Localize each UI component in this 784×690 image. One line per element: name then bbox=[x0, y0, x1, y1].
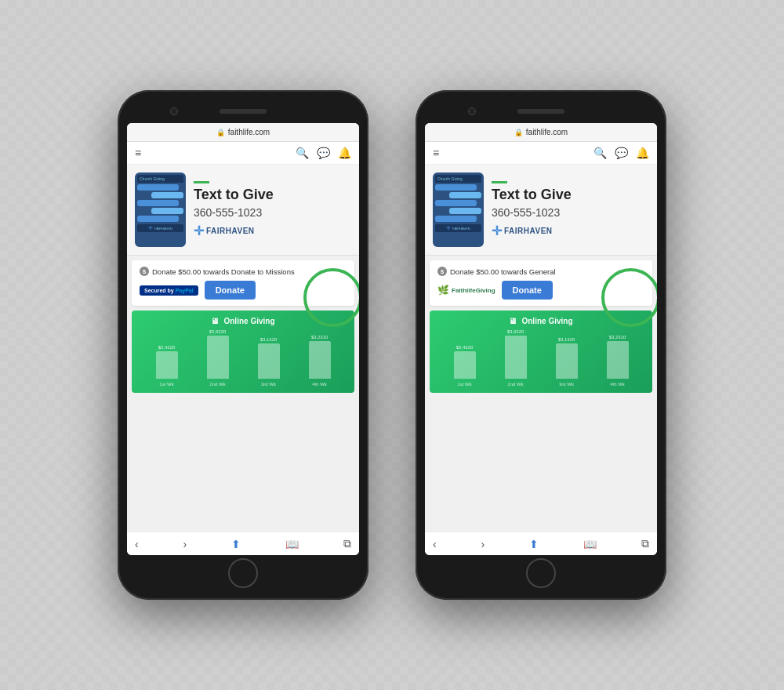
donate-section-right: $ Donate $50.00 towards General 🌿 Faithl… bbox=[430, 260, 652, 306]
ttg-cross-left: ✛ bbox=[194, 223, 204, 238]
mini-msg-1 bbox=[137, 184, 179, 191]
book-icon-right[interactable]: 📖 bbox=[583, 538, 597, 550]
ttg-accent-left bbox=[194, 181, 209, 183]
phone-bottom-bar-left bbox=[127, 555, 359, 590]
bar-group-2-left: $3,6320 2nd Wk bbox=[207, 329, 229, 387]
search-icon-right[interactable]: 🔍 bbox=[593, 147, 607, 159]
donate-text-left: Donate $50.00 towards Donate to Missions bbox=[152, 267, 295, 276]
ttg-brand-right: FAIRHAVEN bbox=[504, 227, 553, 235]
hamburger-icon-left[interactable]: ≡ bbox=[135, 147, 141, 159]
dollar-icon-right: $ bbox=[437, 267, 447, 276]
back-icon-right[interactable]: ‹ bbox=[433, 538, 437, 550]
text-to-give-right: Church Giving ✛ FAIRHAVEN Te bbox=[425, 165, 657, 256]
bar-amount-3-right: $3,1320 bbox=[558, 337, 575, 342]
browser-bar-left: 🔒 faithlife.com bbox=[127, 123, 359, 142]
mini-msg-4 bbox=[151, 208, 183, 214]
dollar-icon-left: $ bbox=[140, 267, 149, 276]
hamburger-icon-right[interactable]: ≡ bbox=[433, 147, 439, 159]
bar-chart-left: $2,4320 1st Wk $3,6320 2nd Wk $3,1320 3r… bbox=[138, 332, 348, 387]
mini-msg-r5 bbox=[435, 216, 477, 222]
donate-label-right: $ Donate $50.00 towards General bbox=[437, 267, 644, 276]
mini-msg-r3 bbox=[435, 200, 477, 206]
mini-chat-left bbox=[137, 184, 183, 222]
chat-icon-left[interactable]: 💬 bbox=[317, 147, 330, 159]
screen-content-right: Church Giving ✛ FAIRHAVEN Te bbox=[425, 165, 657, 532]
chart-title-left: 🖥 Online Giving bbox=[138, 317, 348, 325]
share-icon-left[interactable]: ⬆ bbox=[231, 538, 241, 550]
bar-amount-4-right: $3,2310 bbox=[609, 335, 626, 340]
mini-footer-right: ✛ FAIRHAVEN bbox=[435, 224, 481, 232]
bar-amount-2-left: $3,6320 bbox=[209, 329, 227, 334]
url-left: faithlife.com bbox=[228, 128, 270, 136]
ttg-logo-right: ✛ FAIRHAVEN bbox=[492, 223, 649, 238]
bar-amount-1-right: $2,4320 bbox=[456, 345, 474, 350]
bell-icon-right[interactable]: 🔔 bbox=[636, 147, 649, 159]
nav-icons-right: 🔍 💬 🔔 bbox=[593, 147, 649, 159]
search-icon-left[interactable]: 🔍 bbox=[296, 147, 309, 159]
bar-group-4-left: $3,2310 4th Wk bbox=[309, 335, 331, 387]
bar-amount-3-left: $3,1320 bbox=[260, 337, 278, 342]
book-icon-left[interactable]: 📖 bbox=[285, 538, 299, 550]
bar-label-2-right: 2nd Wk bbox=[507, 382, 523, 387]
phone-speaker-left bbox=[220, 109, 267, 114]
mini-msg-3 bbox=[137, 200, 179, 206]
lock-icon-left: 🔒 bbox=[216, 129, 225, 136]
tabs-icon-right[interactable]: ⧉ bbox=[641, 537, 649, 550]
bar-label-4-left: 4th Wk bbox=[312, 382, 327, 387]
tabs-icon-left[interactable]: ⧉ bbox=[343, 537, 351, 550]
forward-icon-right[interactable]: › bbox=[481, 538, 485, 550]
phone-mockup-mini-left: Church Giving ✛ FAIRHAVEN bbox=[135, 172, 186, 247]
bar-group-4-right: $3,2310 4th Wk bbox=[607, 335, 629, 387]
mini-msg-2 bbox=[151, 192, 183, 198]
monitor-icon-right: 🖥 bbox=[509, 317, 517, 325]
ttg-brand-left: FAIRHAVEN bbox=[206, 227, 255, 235]
bar-label-3-right: 3rd Wk bbox=[559, 382, 574, 387]
bar-group-3-left: $3,1320 3rd Wk bbox=[258, 337, 280, 387]
ttg-phone-left: 360-555-1023 bbox=[194, 206, 351, 219]
giving-chart-left: 🖥 Online Giving $2,4320 1st Wk $3,6320 2… bbox=[132, 310, 354, 393]
lock-icon-right: 🔒 bbox=[514, 129, 523, 136]
phone-bottom-bar-right bbox=[425, 555, 657, 590]
chart-title-right: 🖥 Online Giving bbox=[436, 317, 646, 325]
bell-icon-left[interactable]: 🔔 bbox=[338, 147, 351, 159]
ttg-accent-right bbox=[492, 181, 507, 183]
forward-icon-left[interactable]: › bbox=[183, 538, 187, 550]
giving-chart-right: 🖥 Online Giving $2,4320 1st Wk $3,6320 2… bbox=[430, 310, 652, 393]
bar-group-1-right: $2,4320 1st Wk bbox=[454, 345, 476, 387]
donate-button-right[interactable]: Donate bbox=[502, 281, 553, 300]
mini-brand-left: FAIRHAVEN bbox=[154, 227, 172, 231]
donate-section-left: $ Donate $50.00 towards Donate to Missio… bbox=[132, 260, 354, 306]
ttg-phone-right: 360-555-1023 bbox=[492, 206, 649, 219]
nav-icons-left: 🔍 💬 🔔 bbox=[296, 147, 351, 159]
bar-label-4-right: 4th Wk bbox=[610, 382, 625, 387]
mini-header-right: Church Giving bbox=[435, 175, 481, 183]
donate-label-left: $ Donate $50.00 towards Donate to Missio… bbox=[140, 267, 347, 276]
phone-bottom-nav-left: ‹ › ⬆ 📖 ⧉ bbox=[127, 532, 359, 555]
mini-footer-left: ✛ FAIRHAVEN bbox=[137, 224, 183, 232]
phone-screen-right: 🔒 faithlife.com ≡ 🔍 💬 🔔 Church Giving bbox=[425, 123, 657, 555]
bar-label-3-left: 3rd Wk bbox=[261, 382, 276, 387]
chat-icon-right[interactable]: 💬 bbox=[615, 147, 628, 159]
donate-buttons-right: 🌿 FaithlifeGiving Donate bbox=[437, 281, 644, 300]
mini-msg-r4 bbox=[449, 208, 481, 214]
share-icon-right[interactable]: ⬆ bbox=[529, 538, 539, 550]
phone-left: 🔒 faithlife.com ≡ 🔍 💬 🔔 Church Giving bbox=[118, 90, 368, 600]
mini-brand-right: FAIRHAVEN bbox=[452, 227, 470, 231]
home-button-right[interactable] bbox=[526, 558, 556, 588]
home-button-left[interactable] bbox=[228, 558, 258, 588]
donate-buttons-left: Secured by PayPal Donate bbox=[140, 281, 347, 300]
bar-label-1-right: 1st Wk bbox=[457, 382, 471, 387]
bar-label-1-left: 1st Wk bbox=[159, 382, 173, 387]
bar-4-right bbox=[607, 341, 629, 379]
phone-right: 🔒 faithlife.com ≡ 🔍 💬 🔔 Church Giving bbox=[416, 90, 666, 600]
browser-nav-right: ≡ 🔍 💬 🔔 bbox=[425, 142, 657, 165]
monitor-icon-left: 🖥 bbox=[211, 317, 219, 325]
back-icon-left[interactable]: ‹ bbox=[135, 538, 139, 550]
donate-button-left[interactable]: Donate bbox=[205, 281, 256, 300]
faithlife-giving-logo-right: 🌿 FaithlifeGiving bbox=[437, 285, 495, 296]
screen-content-left: Church Giving ✛ FAIRHAVEN bbox=[127, 165, 359, 532]
ttg-title-left: Text to Give bbox=[194, 187, 351, 204]
ttg-text-left: Text to Give 360-555-1023 ✛ FAIRHAVEN bbox=[194, 181, 351, 239]
bar-chart-right: $2,4320 1st Wk $3,6320 2nd Wk $3,1320 3r… bbox=[436, 332, 646, 387]
bar-group-1-left: $2,4320 1st Wk bbox=[156, 345, 178, 387]
